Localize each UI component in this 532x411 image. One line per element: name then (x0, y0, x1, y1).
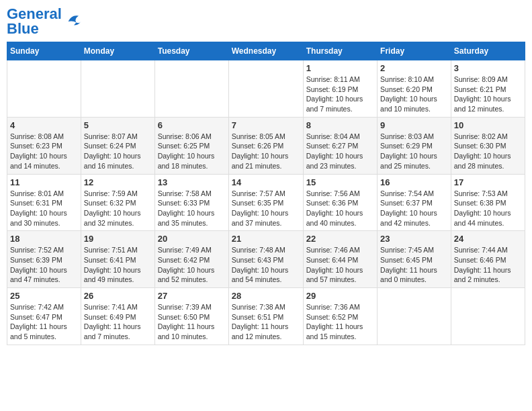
day-info: Sunrise: 7:58 AM Sunset: 6:33 PM Dayligh… (158, 189, 226, 228)
weekday-header-row: SundayMondayTuesdayWednesdayThursdayFrid… (7, 42, 525, 60)
calendar-cell: 6Sunrise: 8:06 AM Sunset: 6:25 PM Daylig… (154, 117, 228, 174)
day-info: Sunrise: 8:11 AM Sunset: 6:19 PM Dayligh… (306, 75, 374, 114)
calendar-cell: 29Sunrise: 7:36 AM Sunset: 6:52 PM Dayli… (303, 288, 377, 345)
calendar-cell: 13Sunrise: 7:58 AM Sunset: 6:33 PM Dayli… (154, 174, 228, 231)
day-number: 4 (10, 120, 78, 130)
day-number: 13 (158, 177, 226, 187)
header: General Blue (7, 7, 525, 36)
calendar-cell: 27Sunrise: 7:39 AM Sunset: 6:50 PM Dayli… (154, 288, 228, 345)
day-info: Sunrise: 7:57 AM Sunset: 6:35 PM Dayligh… (232, 189, 300, 228)
calendar-cell: 16Sunrise: 7:54 AM Sunset: 6:37 PM Dayli… (378, 174, 451, 231)
day-info: Sunrise: 8:03 AM Sunset: 6:29 PM Dayligh… (380, 132, 448, 171)
calendar-cell: 23Sunrise: 7:45 AM Sunset: 6:45 PM Dayli… (378, 231, 451, 288)
logo-blue: Blue (7, 20, 39, 37)
logo-bird-icon (64, 12, 83, 31)
calendar-cell: 25Sunrise: 7:42 AM Sunset: 6:47 PM Dayli… (7, 288, 81, 345)
calendar-cell: 20Sunrise: 7:49 AM Sunset: 6:42 PM Dayli… (154, 231, 228, 288)
day-number: 7 (232, 120, 300, 130)
calendar-cell: 1Sunrise: 8:11 AM Sunset: 6:19 PM Daylig… (303, 60, 377, 118)
calendar-cell: 12Sunrise: 7:59 AM Sunset: 6:32 PM Dayli… (81, 174, 154, 231)
day-info: Sunrise: 7:59 AM Sunset: 6:32 PM Dayligh… (84, 189, 152, 228)
day-info: Sunrise: 7:53 AM Sunset: 6:38 PM Dayligh… (454, 189, 522, 228)
calendar-cell: 4Sunrise: 8:08 AM Sunset: 6:23 PM Daylig… (7, 117, 81, 174)
day-number: 24 (454, 234, 522, 244)
day-info: Sunrise: 7:41 AM Sunset: 6:49 PM Dayligh… (84, 302, 152, 342)
day-info: Sunrise: 7:42 AM Sunset: 6:47 PM Dayligh… (10, 302, 78, 342)
calendar-cell (7, 60, 81, 118)
calendar-cell: 19Sunrise: 7:51 AM Sunset: 6:41 PM Dayli… (81, 231, 154, 288)
calendar-week-row: 25Sunrise: 7:42 AM Sunset: 6:47 PM Dayli… (7, 288, 525, 345)
weekday-header-thursday: Thursday (303, 42, 377, 60)
calendar-cell: 3Sunrise: 8:09 AM Sunset: 6:21 PM Daylig… (451, 60, 525, 118)
day-info: Sunrise: 7:51 AM Sunset: 6:41 PM Dayligh… (84, 245, 152, 285)
day-number: 27 (158, 291, 226, 301)
calendar-cell (451, 288, 525, 345)
calendar-cell: 7Sunrise: 8:05 AM Sunset: 6:26 PM Daylig… (228, 117, 303, 174)
day-number: 20 (158, 234, 226, 244)
calendar-cell: 28Sunrise: 7:38 AM Sunset: 6:51 PM Dayli… (228, 288, 303, 345)
day-number: 5 (84, 120, 152, 130)
day-number: 10 (454, 120, 522, 130)
day-info: Sunrise: 7:48 AM Sunset: 6:43 PM Dayligh… (232, 245, 300, 285)
calendar-cell: 21Sunrise: 7:48 AM Sunset: 6:43 PM Dayli… (228, 231, 303, 288)
calendar-cell (154, 60, 228, 118)
day-info: Sunrise: 8:07 AM Sunset: 6:24 PM Dayligh… (84, 132, 152, 171)
day-info: Sunrise: 7:36 AM Sunset: 6:52 PM Dayligh… (306, 302, 374, 342)
day-number: 1 (306, 63, 374, 73)
logo-text: General Blue (7, 7, 62, 36)
day-number: 12 (84, 177, 152, 187)
day-info: Sunrise: 7:46 AM Sunset: 6:44 PM Dayligh… (306, 245, 374, 285)
day-info: Sunrise: 7:54 AM Sunset: 6:37 PM Dayligh… (380, 189, 448, 228)
day-number: 25 (10, 291, 78, 301)
calendar-cell: 11Sunrise: 8:01 AM Sunset: 6:31 PM Dayli… (7, 174, 81, 231)
calendar-week-row: 11Sunrise: 8:01 AM Sunset: 6:31 PM Dayli… (7, 174, 525, 231)
day-number: 18 (10, 234, 78, 244)
calendar-cell: 15Sunrise: 7:56 AM Sunset: 6:36 PM Dayli… (303, 174, 377, 231)
day-info: Sunrise: 7:44 AM Sunset: 6:46 PM Dayligh… (454, 245, 522, 285)
calendar-cell: 26Sunrise: 7:41 AM Sunset: 6:49 PM Dayli… (81, 288, 154, 345)
calendar-cell: 17Sunrise: 7:53 AM Sunset: 6:38 PM Dayli… (451, 174, 525, 231)
day-number: 3 (454, 63, 522, 73)
day-info: Sunrise: 7:49 AM Sunset: 6:42 PM Dayligh… (158, 245, 226, 285)
day-number: 15 (306, 177, 374, 187)
day-number: 21 (232, 234, 300, 244)
calendar-cell: 24Sunrise: 7:44 AM Sunset: 6:46 PM Dayli… (451, 231, 525, 288)
day-number: 11 (10, 177, 78, 187)
day-number: 14 (232, 177, 300, 187)
day-info: Sunrise: 8:06 AM Sunset: 6:25 PM Dayligh… (158, 132, 226, 171)
day-info: Sunrise: 7:39 AM Sunset: 6:50 PM Dayligh… (158, 302, 226, 342)
calendar-week-row: 4Sunrise: 8:08 AM Sunset: 6:23 PM Daylig… (7, 117, 525, 174)
weekday-header-friday: Friday (378, 42, 451, 60)
day-number: 2 (380, 63, 448, 73)
day-number: 16 (380, 177, 448, 187)
day-info: Sunrise: 7:56 AM Sunset: 6:36 PM Dayligh… (306, 189, 374, 228)
calendar-cell: 22Sunrise: 7:46 AM Sunset: 6:44 PM Dayli… (303, 231, 377, 288)
day-info: Sunrise: 7:52 AM Sunset: 6:39 PM Dayligh… (10, 245, 78, 285)
day-info: Sunrise: 8:04 AM Sunset: 6:27 PM Dayligh… (306, 132, 374, 171)
calendar-cell: 8Sunrise: 8:04 AM Sunset: 6:27 PM Daylig… (303, 117, 377, 174)
day-number: 8 (306, 120, 374, 130)
calendar-cell: 2Sunrise: 8:10 AM Sunset: 6:20 PM Daylig… (378, 60, 451, 118)
calendar-table: SundayMondayTuesdayWednesdayThursdayFrid… (7, 42, 525, 345)
day-info: Sunrise: 7:38 AM Sunset: 6:51 PM Dayligh… (232, 302, 300, 342)
day-info: Sunrise: 8:02 AM Sunset: 6:30 PM Dayligh… (454, 132, 522, 171)
calendar-cell: 9Sunrise: 8:03 AM Sunset: 6:29 PM Daylig… (378, 117, 451, 174)
day-number: 26 (84, 291, 152, 301)
day-number: 6 (158, 120, 226, 130)
calendar-cell (228, 60, 303, 118)
day-info: Sunrise: 8:05 AM Sunset: 6:26 PM Dayligh… (232, 132, 300, 171)
calendar-cell: 18Sunrise: 7:52 AM Sunset: 6:39 PM Dayli… (7, 231, 81, 288)
calendar-cell (378, 288, 451, 345)
weekday-header-tuesday: Tuesday (154, 42, 228, 60)
day-number: 29 (306, 291, 374, 301)
day-info: Sunrise: 8:10 AM Sunset: 6:20 PM Dayligh… (380, 75, 448, 114)
day-number: 22 (306, 234, 374, 244)
weekday-header-wednesday: Wednesday (228, 42, 303, 60)
day-number: 19 (84, 234, 152, 244)
calendar-week-row: 18Sunrise: 7:52 AM Sunset: 6:39 PM Dayli… (7, 231, 525, 288)
day-number: 9 (380, 120, 448, 130)
calendar-cell: 10Sunrise: 8:02 AM Sunset: 6:30 PM Dayli… (451, 117, 525, 174)
day-info: Sunrise: 7:45 AM Sunset: 6:45 PM Dayligh… (380, 245, 448, 285)
day-number: 28 (232, 291, 300, 301)
day-info: Sunrise: 8:01 AM Sunset: 6:31 PM Dayligh… (10, 189, 78, 228)
